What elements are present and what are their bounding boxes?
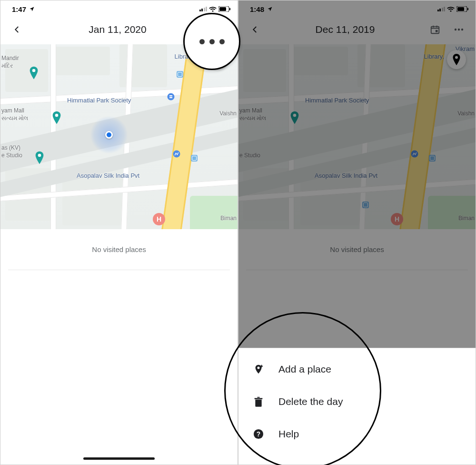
status-time: 1:47 xyxy=(12,5,26,13)
poi-pin-icon xyxy=(35,151,44,164)
poi-shop-icon xyxy=(172,149,181,159)
svg-text:?: ? xyxy=(257,431,260,438)
svg-point-3 xyxy=(32,69,36,72)
svg-point-6 xyxy=(168,93,175,101)
sheet-help[interactable]: ? Help xyxy=(238,418,476,450)
map-label-mall: yam Mall xyxy=(1,107,24,114)
current-location-dot xyxy=(90,116,128,154)
sheet-add-label: Add a place xyxy=(278,364,331,375)
battery-icon xyxy=(218,5,231,13)
svg-rect-1 xyxy=(219,7,226,11)
help-icon: ? xyxy=(253,429,264,439)
map-label-silk: Asopalav Silk India Pvt xyxy=(77,172,139,179)
sheet-delete-day[interactable]: Delete the day xyxy=(238,385,476,418)
svg-point-4 xyxy=(55,114,59,117)
map-view[interactable]: Library, Mandir મંદિર Himmatlal Park Soc… xyxy=(0,44,238,229)
action-sheet: Add a place Delete the day ? Help xyxy=(238,348,476,465)
screenshot-left: 1:47 Jan 11, 2020 xyxy=(0,0,238,465)
map-label-mandir: Mandir xyxy=(1,55,19,61)
callout-more-menu xyxy=(183,13,240,70)
poi-pin-icon xyxy=(29,66,39,80)
location-services-icon xyxy=(29,5,35,13)
hospital-icon: H xyxy=(153,213,165,225)
map-label-mall-gu: સત્યમ મોલ xyxy=(1,115,28,121)
map-label-studio1: as (KV) xyxy=(1,144,20,151)
bus-stop-icon xyxy=(191,155,198,162)
trash-icon xyxy=(253,396,264,407)
status-bar: 1:47 xyxy=(0,0,238,15)
sheet-help-label: Help xyxy=(278,428,299,440)
screenshot-right: 1:48 Dec 11, 2019 xyxy=(238,0,476,465)
divider xyxy=(8,270,230,270)
add-place-icon xyxy=(253,364,264,374)
back-button[interactable] xyxy=(9,21,25,38)
sheet-add-place[interactable]: Add a place xyxy=(238,353,476,385)
cellular-signal-icon xyxy=(199,7,208,11)
map-label-vaishn: Vaishn xyxy=(219,110,237,117)
home-indicator[interactable] xyxy=(83,457,155,460)
map-label-park-society: Himmatlal Park Society xyxy=(67,97,131,104)
sheet-delete-label: Delete the day xyxy=(278,396,343,407)
map-label-studio2: e Studio xyxy=(1,152,22,159)
header-title: Jan 11, 2020 xyxy=(25,24,210,35)
no-visited-label: No visited places xyxy=(0,229,238,270)
more-menu-icon[interactable] xyxy=(199,39,225,44)
svg-rect-2 xyxy=(229,8,230,10)
map-label-biman: Biman xyxy=(220,215,237,222)
poi-pin-icon xyxy=(52,111,61,124)
poi-shop-icon xyxy=(166,92,176,101)
map-label-mandir-gu: મંદિર xyxy=(1,62,13,69)
wifi-icon xyxy=(209,5,217,13)
svg-point-5 xyxy=(38,154,41,157)
bus-stop-icon xyxy=(177,71,183,78)
